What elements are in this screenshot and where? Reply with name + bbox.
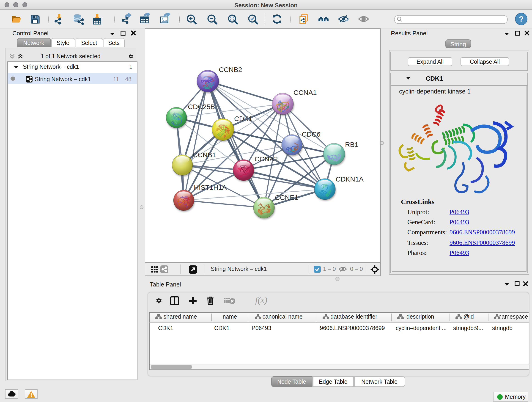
svg-text:CDC25B: CDC25B: [188, 103, 215, 110]
svg-text:CDK1: CDK1: [234, 115, 253, 122]
svg-text:CDKN1A: CDKN1A: [336, 175, 364, 183]
svg-text:CCNB1: CCNB1: [193, 151, 216, 159]
svg-text:?: ?: [519, 15, 523, 23]
svg-text:HIST1H1A: HIST1H1A: [194, 184, 227, 191]
svg-text:CCNA1: CCNA1: [293, 89, 317, 96]
svg-text:CCNE1: CCNE1: [275, 194, 298, 201]
svg-text:RB1: RB1: [345, 141, 358, 148]
svg-text:CCNA2: CCNA2: [254, 155, 278, 163]
svg-text:CDC6: CDC6: [302, 130, 321, 138]
